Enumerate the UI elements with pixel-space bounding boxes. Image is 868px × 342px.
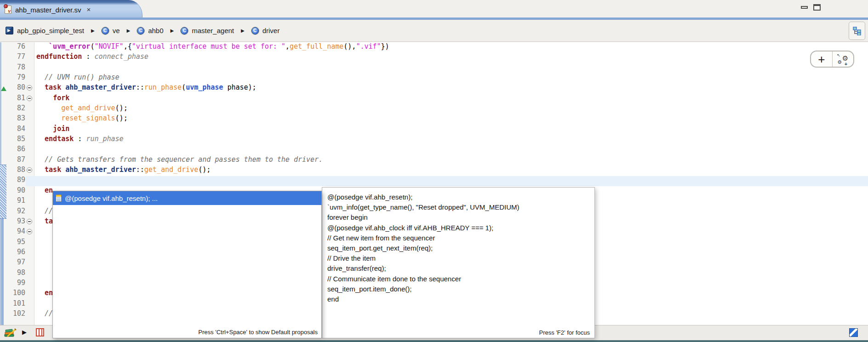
class-icon: C — [102, 27, 109, 34]
code-token — [61, 165, 65, 174]
code-line-88[interactable]: 88 task ahb_master_driver::get_and_drive… — [0, 165, 868, 176]
preview-code-line: @(posedge vif.ahb_resetn); — [327, 192, 592, 202]
code-token: (), — [343, 42, 356, 51]
fold-collapse-icon[interactable] — [27, 167, 32, 173]
code-line-83[interactable]: 83 reset_signals(); — [0, 114, 868, 124]
add-button[interactable]: + — [811, 51, 833, 67]
preview-code-line: // Drive the item — [327, 253, 592, 263]
code-line-79[interactable]: 79 // UVM run() phase — [0, 73, 868, 83]
code-line-80[interactable]: 80 task ahb_master_driver::run_phase(uvm… — [0, 83, 868, 93]
proposal-preview-popup: @(posedge vif.ahb_resetn);`uvm_info(get_… — [322, 187, 595, 338]
code-line-82[interactable]: 82 get_and_drive(); — [0, 104, 868, 114]
code-line-77[interactable]: 77endfunction : connect_phase — [0, 52, 868, 63]
line-number: 100 — [0, 289, 25, 297]
settings-button[interactable]: ⚙ ⚙ + ↖ — [833, 51, 854, 67]
proposal-list-empty-area — [53, 205, 321, 326]
minimize-view-icon[interactable] — [801, 6, 808, 9]
code-line-87[interactable]: 87 // Gets transfers from the sequencer … — [0, 155, 868, 165]
code-token: run_phase — [86, 135, 123, 143]
preview-code-line: forever begin — [327, 212, 592, 222]
code-token — [36, 155, 45, 164]
breadcrumb-item-driver[interactable]: Cdriver — [251, 27, 280, 34]
class-icon: C — [181, 27, 188, 34]
code-line-76[interactable]: 76 `uvm_error("NOVIF",{"virtual interfac… — [0, 42, 868, 52]
code-token — [36, 186, 45, 194]
code-token: en — [45, 289, 53, 297]
grid-icon[interactable] — [36, 328, 44, 336]
proposal-preview-code: @(posedge vif.ahb_resetn);`uvm_info(get_… — [327, 192, 592, 327]
line-number: 77 — [0, 52, 25, 61]
code-line-86[interactable]: 86 — [0, 145, 868, 155]
editor-tab[interactable]: ahb_master_driver.sv × — [5, 3, 91, 17]
breadcrumb-item-ve[interactable]: Cve — [102, 27, 120, 34]
code-token: get_and_drive — [61, 104, 115, 112]
code-line-78[interactable]: 78 — [0, 63, 868, 73]
code-token: "virtual interface must be set for: " — [132, 42, 286, 51]
trim-stack-restore-icon[interactable] — [849, 328, 858, 337]
editor-overlay-toolbar: + ⚙ ⚙ + ↖ — [810, 51, 854, 68]
code-token: // — [45, 309, 53, 318]
plus-icon: + — [818, 55, 825, 64]
proposal-item-selected[interactable]: @(posedge vif.ahb_resetn); ... — [53, 191, 321, 205]
code-line-84[interactable]: 84 join — [0, 125, 868, 135]
line-number: 86 — [0, 145, 25, 153]
window-bottom-border — [0, 340, 868, 342]
code-line-89[interactable]: 89 — [0, 176, 868, 186]
breadcrumb-item-ahb0[interactable]: Cahb0 — [137, 27, 163, 34]
preview-code-line: `uvm_info(get_type_name(), "Reset droppe… — [327, 202, 592, 212]
line-number: 76 — [0, 42, 25, 51]
run-icon[interactable]: ▶ — [22, 329, 27, 336]
maximize-view-icon[interactable] — [813, 4, 821, 11]
line-number: 95 — [0, 238, 25, 246]
preview-code-line: @(posedge vif.ahb_clock iff vif.AHB_HREA… — [327, 223, 592, 233]
code-token: // UVM run() phase — [45, 73, 120, 81]
preview-code-line: drive_transfer(req); — [327, 263, 592, 274]
preview-code-line: seq_item_port.item_done(); — [327, 284, 592, 294]
line-number: 78 — [0, 63, 25, 71]
code-token: reset_signals — [61, 114, 115, 122]
code-token — [36, 94, 53, 102]
code-token: , — [286, 42, 290, 51]
fold-collapse-icon[interactable] — [27, 219, 32, 224]
preview-code-line: // Communicate item done to the sequence… — [327, 274, 592, 284]
code-line-85[interactable]: 85 endtask : run_phase — [0, 135, 868, 145]
gears-icon: ⚙ ⚙ + ↖ — [838, 54, 848, 64]
line-number: 81 — [0, 94, 25, 102]
breadcrumb-label: ve — [113, 27, 120, 34]
code-token: task — [45, 165, 61, 174]
content-assist-popup: @(posedge vif.ahb_resetn); ... Press 'Ct… — [52, 191, 322, 338]
line-number: 80 — [0, 83, 25, 91]
content-assist-footer: Press 'Ctrl+Space' to show Default propo… — [53, 326, 321, 338]
code-line-81[interactable]: 81 fork — [0, 94, 868, 104]
tab-close-icon[interactable]: × — [86, 6, 91, 13]
code-token — [36, 125, 53, 133]
code-token: get_full_name — [290, 42, 343, 51]
code-token: ,{ — [124, 42, 132, 51]
code-token: endtask — [45, 135, 74, 143]
breadcrumb-item-apb_gpio_simple_test[interactable]: apb_gpio_simple_test — [6, 27, 84, 34]
code-token: (); — [198, 165, 211, 174]
proposal-label: @(posedge vif.ahb_resetn); ... — [65, 194, 158, 202]
line-number: 96 — [0, 248, 25, 256]
preview-footer: Press 'F2' for focus — [327, 327, 592, 338]
code-token — [36, 42, 49, 51]
code-token: (); — [115, 104, 128, 112]
code-token — [36, 83, 45, 91]
line-number: 101 — [0, 299, 25, 308]
preview-code-line: seq_item_port.get_next_item(req); — [327, 243, 592, 253]
fold-collapse-icon[interactable] — [27, 229, 32, 234]
compile-library-icon[interactable] — [4, 328, 17, 338]
code-token — [36, 207, 45, 215]
fold-collapse-icon[interactable] — [27, 85, 32, 91]
code-token: fork — [53, 94, 69, 102]
line-number: 82 — [0, 104, 25, 112]
fold-collapse-icon[interactable] — [27, 96, 32, 101]
code-token: connect_phase — [94, 52, 148, 61]
dvt-eclipse-window: ahb_master_driver.sv × apb_gpio_simple_t… — [0, 0, 868, 342]
code-token: }) — [381, 42, 389, 51]
hierarchy-toggle-button[interactable] — [849, 22, 865, 40]
code-token: ".vif" — [356, 42, 381, 51]
code-token: ahb_master_driver — [65, 165, 136, 174]
breadcrumb-item-master_agent[interactable]: Cmaster_agent — [181, 27, 234, 34]
breadcrumb-arrow-icon: ▶ — [91, 28, 95, 33]
